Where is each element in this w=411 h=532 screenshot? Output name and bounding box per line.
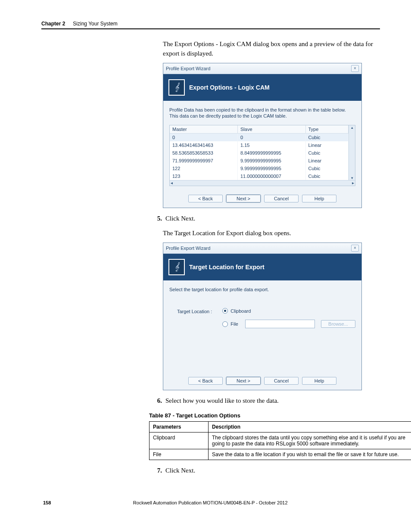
col-parameters: Parameters xyxy=(149,421,209,432)
section-title: Sizing Your System xyxy=(73,21,117,27)
intro-paragraph: The Export Options - Logix CAM dialog bo… xyxy=(163,40,380,59)
file-path-input[interactable] xyxy=(245,320,315,328)
after-step5-paragraph: The Target Location for Export dialog bo… xyxy=(163,229,380,238)
data-table: Master Slave Type 0 0 Cubic xyxy=(169,125,355,186)
step-number: 5. xyxy=(154,215,162,222)
dialog-instruction: Select the target location for profile d… xyxy=(169,286,355,292)
back-button[interactable]: < Back xyxy=(188,377,223,385)
target-location-dialog: Profile Export Wizard × 𝄞 Target Locatio… xyxy=(163,243,362,390)
table-row[interactable]: 13.4634146341463 1.15 Linear xyxy=(170,141,349,149)
step-5: 5. Click Next. xyxy=(154,215,380,222)
radio-file[interactable]: File Browse... xyxy=(222,320,355,328)
chapter-label: Chapter 2 xyxy=(41,21,65,27)
step-text: Click Next. xyxy=(165,467,195,474)
export-options-dialog: Profile Export Wizard × 𝄞 Export Options… xyxy=(163,63,362,208)
radio-label: File xyxy=(230,321,238,327)
dialog-instruction: Profile Data has been copied to the clip… xyxy=(169,107,355,119)
target-location-options-table: Parameters Description Clipboard The cli… xyxy=(149,421,411,460)
page-header: Chapter 2 Sizing Your System xyxy=(41,21,380,29)
help-button[interactable]: Help xyxy=(302,195,336,202)
table-row[interactable]: 0 0 Cubic xyxy=(170,134,349,142)
col-slave: Slave xyxy=(238,125,306,134)
page-number: 158 xyxy=(43,500,51,505)
col-description: Description xyxy=(209,421,411,432)
step-7: 7. Click Next. xyxy=(154,467,380,474)
back-button[interactable]: < Back xyxy=(188,195,223,202)
wizard-icon: 𝄞 xyxy=(168,79,185,96)
dialog-banner-title: Export Options - Logix CAM xyxy=(189,84,270,91)
vertical-scrollbar[interactable]: ▴ ▾ xyxy=(349,125,355,180)
table-row[interactable]: 123 11.0000000000007 Cubic xyxy=(170,172,349,180)
dialog-titlebar: Profile Export Wizard × xyxy=(163,243,361,254)
close-icon[interactable]: × xyxy=(351,65,359,72)
cancel-button[interactable]: Cancel xyxy=(264,377,299,385)
col-type: Type xyxy=(305,125,349,134)
radio-icon xyxy=(222,308,228,314)
next-button[interactable]: Next > xyxy=(226,195,261,202)
table-row[interactable]: 58.5365853658533 8.84999999999995 Cubic xyxy=(170,149,349,157)
scroll-right-icon[interactable]: ▸ xyxy=(352,180,354,186)
step-number: 7. xyxy=(154,467,162,474)
radio-label: Clipboard xyxy=(230,308,251,314)
table-row[interactable]: 71.9999999999997 9.99999999999995 Linear xyxy=(170,157,349,165)
step-text: Select how you would like to store the d… xyxy=(165,397,279,404)
scroll-left-icon[interactable]: ◂ xyxy=(171,180,173,186)
table-row: Clipboard The clipboard stores the data … xyxy=(149,432,411,449)
help-button[interactable]: Help xyxy=(302,377,336,385)
dialog-window-title: Profile Export Wizard xyxy=(166,246,210,251)
dialog-window-title: Profile Export Wizard xyxy=(166,66,210,71)
target-location-label: Target Location : xyxy=(177,308,216,314)
dialog-banner: 𝄞 Export Options - Logix CAM xyxy=(163,74,361,101)
wizard-icon: 𝄞 xyxy=(168,259,185,275)
page-footer: 158 Rockwell Automation Publication MOTI… xyxy=(41,500,380,505)
step-6: 6. Select how you would like to store th… xyxy=(154,397,380,404)
dialog-titlebar: Profile Export Wizard × xyxy=(163,63,361,74)
browse-button[interactable]: Browse... xyxy=(321,320,355,328)
col-master: Master xyxy=(170,125,238,134)
scroll-up-icon[interactable]: ▴ xyxy=(351,125,353,130)
dialog-banner-title: Target Location for Export xyxy=(189,264,265,271)
table-caption: Table 87 - Target Location Options xyxy=(149,412,380,419)
next-button[interactable]: Next > xyxy=(226,377,261,385)
radio-icon xyxy=(222,321,228,327)
radio-clipboard[interactable]: Clipboard xyxy=(222,308,355,314)
close-icon[interactable]: × xyxy=(351,245,359,252)
horizontal-scrollbar[interactable]: ◂ ▸ xyxy=(170,180,355,186)
table-row: File Save the data to a file location if… xyxy=(149,449,411,460)
step-number: 6. xyxy=(154,397,162,404)
table-row[interactable]: 122 9.99999999999995 Cubic xyxy=(170,165,349,172)
dialog-banner: 𝄞 Target Location for Export xyxy=(163,254,361,280)
step-text: Click Next. xyxy=(165,215,195,222)
scroll-down-icon[interactable]: ▾ xyxy=(351,176,353,180)
publication-info: Rockwell Automation Publication MOTION-U… xyxy=(133,500,288,505)
cancel-button[interactable]: Cancel xyxy=(264,195,299,202)
